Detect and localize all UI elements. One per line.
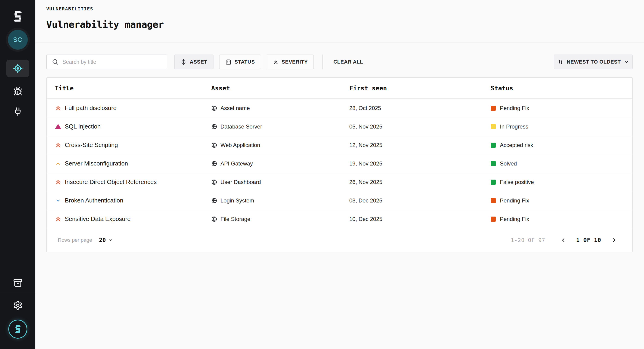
vulnerability-table: Title Asset First seen Status Full path …: [46, 77, 633, 252]
column-header-status: Status: [491, 85, 632, 92]
main-area: VULNERABILITIES Vulnerability manager AS…: [36, 0, 644, 349]
status-color-square: [491, 161, 496, 166]
globe-icon: [211, 105, 217, 111]
first-seen-date: 26, Nov 2025: [349, 179, 491, 185]
status-filter-button[interactable]: STATUS: [219, 54, 261, 69]
page-title: Vulnerability manager: [46, 19, 633, 30]
first-seen-date: 12, Nov 2025: [349, 142, 491, 148]
plug-icon: [13, 107, 22, 116]
gear-icon: [13, 301, 23, 310]
vulnerability-title: Insecure Direct Object References: [65, 178, 156, 186]
chevron-down-icon: [624, 59, 629, 64]
severity-filter-label: SEVERITY: [282, 59, 308, 65]
globe-icon: [211, 161, 217, 167]
previous-page-button[interactable]: [559, 236, 568, 245]
rows-per-page-label: Rows per page: [58, 237, 92, 243]
pagination-page-indicator: 1 OF 10: [576, 237, 601, 243]
severity-high-icon: [55, 216, 61, 222]
target-icon: [13, 63, 23, 73]
search-box: [46, 54, 167, 69]
status-color-square: [491, 124, 496, 129]
first-seen-date: 03, Dec 2025: [349, 197, 491, 204]
workspace-avatar[interactable]: [8, 320, 27, 339]
severity-low-icon: [55, 197, 61, 204]
bug-icon: [13, 87, 22, 96]
vulnerability-title: Full path disclosure: [65, 104, 116, 112]
breadcrumb: VULNERABILITIES: [46, 6, 633, 11]
status-label: Accepted risk: [500, 142, 533, 148]
asset-name: Login System: [220, 197, 254, 204]
asset-filter-button[interactable]: ASSET: [174, 54, 214, 69]
rows-per-page-select[interactable]: 20: [99, 237, 113, 243]
first-seen-date: 10, Dec 2025: [349, 216, 491, 222]
pagination-range: 1-20 OF 97: [511, 237, 545, 243]
page-header: VULNERABILITIES Vulnerability manager: [36, 0, 644, 43]
column-header-first-seen: First seen: [349, 85, 491, 92]
chevron-down-icon: [108, 238, 113, 242]
globe-icon: [211, 216, 217, 222]
sidebar-item-integrations[interactable]: [12, 106, 23, 117]
severity-medium-icon: [55, 160, 61, 167]
sidebar-divider: [0, 293, 36, 293]
target-icon: [180, 59, 187, 65]
severity-high-icon: [55, 179, 61, 185]
filter-toolbar: ASSET STATUS SEVERITY CLEAR ALL: [46, 54, 633, 69]
chevron-left-icon: [560, 237, 566, 243]
severity-high-icon: [55, 105, 61, 111]
sidebar-item-archive[interactable]: [12, 277, 23, 289]
asset-name: File Storage: [220, 216, 250, 222]
status-label: Pending Fix: [500, 197, 529, 204]
rows-per-page-value: 20: [99, 237, 106, 243]
status-color-square: [491, 180, 496, 185]
vulnerability-title: SQL Injection: [65, 123, 100, 130]
archive-icon: [13, 278, 23, 288]
severity-filter-button[interactable]: SEVERITY: [267, 54, 314, 69]
vulnerability-title: Broken Authentication: [65, 197, 123, 204]
table-row[interactable]: SQL Injection Database Server 05, Nov 20…: [47, 117, 632, 136]
pagination-bar: Rows per page 20 1-20 OF 97 1 OF 10: [47, 228, 632, 252]
status-label: Solved: [500, 160, 517, 167]
table-row[interactable]: Full path disclosure Asset name 28, Oct …: [47, 99, 632, 117]
table-row[interactable]: Cross-Site Scripting Web Application 12,…: [47, 136, 632, 154]
user-avatar[interactable]: SC: [8, 30, 28, 50]
globe-icon: [211, 179, 217, 185]
globe-icon: [211, 142, 217, 148]
chevron-right-icon: [611, 237, 617, 243]
toolbar-divider: [322, 54, 323, 69]
sort-label: NEWEST TO OLDEST: [567, 59, 621, 65]
table-row[interactable]: Insecure Direct Object References User D…: [47, 173, 632, 191]
asset-name: Database Server: [220, 123, 262, 130]
first-seen-date: 19, Nov 2025: [349, 160, 491, 167]
status-label: Pending Fix: [500, 216, 529, 222]
column-header-asset: Asset: [211, 85, 349, 92]
sidebar-item-bugs[interactable]: [12, 86, 23, 97]
search-icon: [52, 58, 59, 65]
asset-filter-label: ASSET: [190, 59, 207, 65]
sort-dropdown[interactable]: NEWEST TO OLDEST: [554, 54, 633, 69]
status-color-square: [491, 143, 496, 148]
table-row[interactable]: Broken Authentication Login System 03, D…: [47, 191, 632, 210]
user-initials: SC: [13, 36, 22, 43]
asset-name: User Dashboard: [220, 179, 261, 185]
clear-all-button[interactable]: CLEAR ALL: [330, 57, 366, 67]
first-seen-date: 05, Nov 2025: [349, 123, 491, 130]
sidebar-item-settings[interactable]: [12, 300, 23, 311]
asset-name: Web Application: [220, 142, 260, 148]
search-input[interactable]: [62, 59, 162, 65]
status-label: False positive: [500, 179, 534, 185]
kanban-icon: [225, 59, 232, 65]
sidebar-item-vulnerabilities[interactable]: [6, 60, 30, 77]
table-row[interactable]: Server Misconfiguration API Gateway 19, …: [47, 154, 632, 173]
chevrons-up-icon: [273, 59, 279, 65]
status-color-square: [491, 198, 496, 203]
status-label: In Progress: [500, 123, 528, 130]
first-seen-date: 28, Oct 2025: [349, 105, 491, 111]
sidebar: SC: [0, 0, 36, 349]
asset-name: Asset name: [220, 105, 250, 111]
vulnerability-title: Server Misconfiguration: [65, 160, 128, 167]
vulnerability-title: Cross-Site Scripting: [65, 141, 118, 149]
next-page-button[interactable]: [610, 236, 619, 245]
severity-high-icon: [55, 142, 61, 148]
logo-s-icon: [14, 325, 21, 333]
table-row[interactable]: Sensitive Data Exposure File Storage 10,…: [47, 210, 632, 228]
